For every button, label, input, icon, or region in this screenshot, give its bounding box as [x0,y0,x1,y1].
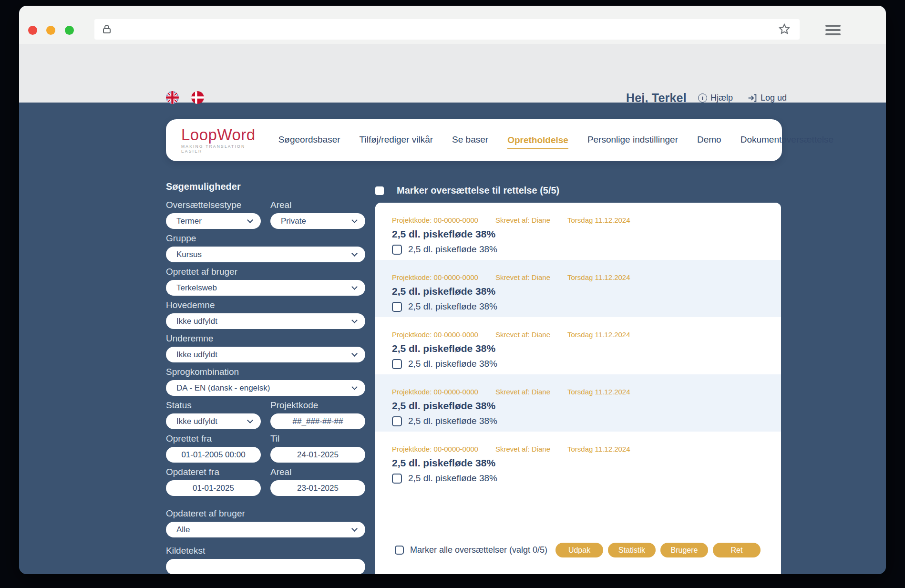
opdateret-fra-input[interactable] [166,480,261,496]
browser-chrome [19,6,886,44]
field-label: Gruppe [166,233,365,244]
results-card: Projektkode: 00-0000-0000 Skrevet af: Di… [375,203,781,574]
chevron-down-icon [351,384,358,390]
areal-til-input[interactable] [270,480,365,496]
select-header-checkbox[interactable] [375,186,384,195]
entry-checkbox[interactable] [392,416,402,426]
entry-checkbox[interactable] [392,359,402,369]
entry-date: Torsdag 11.12.2024 [567,216,630,224]
entry-projectcode: Projektkode: 00-0000-0000 [392,216,478,224]
entry-checkbox[interactable] [392,245,402,255]
entry-translation: 2,5 dl. piskefløde 38% [408,416,497,426]
field-label: Oprettet fra [166,433,261,444]
filter-areal: Areal Private [270,200,365,229]
page-body: Hej, Terkel i Hjælp Log ud LoopWord MAKI… [19,44,886,574]
entry-term: 2,5 dl. piskefløde 38% [392,400,770,412]
entry-checkbox[interactable] [392,302,402,312]
flag-uk-icon[interactable] [166,91,179,104]
translation-entry: Projektkode: 00-0000-0000 Skrevet af: Di… [375,260,781,317]
help-link[interactable]: i Hjælp [698,93,733,103]
loopword-logo[interactable]: LoopWord MAKING TRANSLATION EASIER [181,127,256,154]
entry-meta: Projektkode: 00-0000-0000 Skrevet af: Di… [392,273,770,281]
field-label: Sprogkombination [166,367,365,377]
logo-tagline: MAKING TRANSLATION EASIER [181,144,256,154]
entry-term: 2,5 dl. piskefløde 38% [392,228,770,240]
select-value: Alle [176,525,190,535]
info-icon: i [698,93,707,103]
nav-items: Søgeordsbaser Tilføj/rediger vilkår Se b… [278,134,833,146]
field-label: Opdateret af bruger [166,508,365,519]
browser-window: Hej, Terkel i Hjælp Log ud LoopWord MAKI… [19,6,886,574]
status-select[interactable]: Ikke udfyldt [166,413,261,429]
filter-hovedemne: Hovedemne Ikke udfyldt [166,300,365,329]
field-label: Til [270,433,365,444]
chevron-down-icon [351,351,358,357]
areal-select[interactable]: Private [270,213,365,229]
brugere-button[interactable]: Brugere [660,543,708,557]
entry-meta: Projektkode: 00-0000-0000 Skrevet af: Di… [392,388,770,396]
nav-item-se-baser[interactable]: Se baser [452,134,488,146]
statistik-button[interactable]: Statistik [608,543,656,557]
main-list-header: Marker oversættelse til rettelse (5/5) [375,185,559,196]
nav-item-demo[interactable]: Demo [697,134,721,146]
logout-link[interactable]: Log ud [747,93,787,103]
entry-projectcode: Projektkode: 00-0000-0000 [392,273,478,281]
gruppe-select[interactable]: Kursus [166,247,365,262]
logout-icon [747,93,757,103]
entry-author: Skrevet af: Diane [495,216,550,224]
close-window-button[interactable] [28,26,37,35]
kildetekst-input[interactable] [166,559,365,574]
nav-item-dokumentoversattelse[interactable]: Dokumentoversættelse [740,134,833,146]
address-bar[interactable] [94,19,800,40]
field-label: Areal [270,200,365,210]
select-value: Ikke udfyldt [176,350,217,360]
nav-item-opretholdelse-active[interactable]: Opretholdelse [507,135,568,149]
translation-entry: Projektkode: 00-0000-0000 Skrevet af: Di… [375,317,781,374]
field-label: Kildetekst [166,546,365,556]
projektkode-input[interactable] [270,413,365,429]
nav-item-tilfoj-rediger-vilkar[interactable]: Tilføj/rediger vilkår [360,134,433,146]
select-all-checkbox[interactable] [395,546,404,555]
select-value: Terkelsweb [176,283,217,293]
select-value: DA - EN (dansk - engelsk) [176,383,270,393]
oprettet-fra-input[interactable] [166,447,261,463]
entry-date: Torsdag 11.12.2024 [567,330,630,339]
entry-term: 2,5 dl. piskefløde 38% [392,286,770,297]
entry-author: Skrevet af: Diane [495,388,550,396]
underemne-select[interactable]: Ikke udfyldt [166,347,365,362]
select-value: Ikke udfyldt [176,317,217,326]
entry-meta: Projektkode: 00-0000-0000 Skrevet af: Di… [392,330,770,339]
flag-dk-icon[interactable] [191,91,204,104]
select-all-label: Marker alle oversættelser (valgt 0/5) [410,545,547,555]
entry-date: Torsdag 11.12.2024 [567,273,630,281]
help-label: Hjælp [710,93,733,103]
chevron-down-icon [247,217,253,223]
menu-icon[interactable] [825,25,841,35]
entry-checkbox[interactable] [392,474,402,484]
logout-label: Log ud [761,93,787,103]
entry-projectcode: Projektkode: 00-0000-0000 [392,445,478,453]
sidebar-title: Søgemuligheder [166,181,365,192]
nav-item-personlige-indstillinger[interactable]: Personlige indstillinger [587,134,678,146]
oversattelsestype-select[interactable]: Termer [166,213,261,229]
maximize-window-button[interactable] [65,26,74,35]
bookmark-star-icon[interactable] [778,22,791,36]
filter-status: Status Ikke udfyldt [166,400,261,429]
lock-icon [101,23,113,35]
udpak-button[interactable]: Udpak [555,543,603,557]
sprogkombination-select[interactable]: DA - EN (dansk - engelsk) [166,380,365,396]
chevron-down-icon [351,284,358,290]
oprettet-af-bruger-select[interactable]: Terkelsweb [166,280,365,296]
filter-opdateret-fra: Opdateret fra [166,467,261,496]
logo-title: LoopWord [181,127,256,143]
til-input[interactable] [270,447,365,463]
opdateret-af-bruger-select[interactable]: Alle [166,522,365,537]
hovedemne-select[interactable]: Ikke udfyldt [166,313,365,329]
filter-til: Til [270,433,365,463]
entry-term: 2,5 dl. piskefløde 38% [392,457,770,469]
select-value: Private [281,217,306,226]
minimize-window-button[interactable] [46,26,55,35]
field-label: Oprettet af bruger [166,267,365,277]
nav-item-sogeordsbaser[interactable]: Søgeordsbaser [278,134,340,146]
ret-button[interactable]: Ret [713,543,761,557]
